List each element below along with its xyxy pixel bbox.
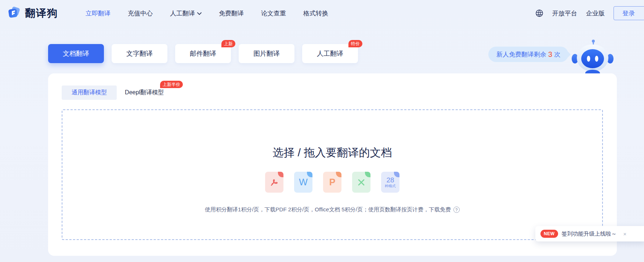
word-file-icon: W [294, 172, 312, 193]
robot-mascot-icon [571, 39, 614, 73]
supported-formats-icons: W P 28 种格式 [62, 172, 602, 193]
model-tabs: 通用翻译模型 Deepl翻译模型 上新半价 [62, 85, 172, 100]
notification-toast[interactable]: NEW 签到功能升级上线啦～ × [535, 226, 644, 241]
tab-image-translation[interactable]: 图片翻译 [239, 44, 294, 63]
toast-message: 签到功能升级上线啦～ [562, 230, 617, 237]
free-quota-text: 新人免费翻译剩余 [496, 50, 546, 59]
globe-icon[interactable] [535, 9, 543, 17]
pdf-file-icon [265, 172, 283, 193]
nav-item-human-translation[interactable]: 人工翻译 [170, 9, 202, 18]
half-price-badge: 上新半价 [160, 81, 183, 88]
chevron-down-icon [197, 10, 202, 17]
brand-name: 翻译狗 [25, 6, 58, 20]
tab-email-translation[interactable]: 邮件翻译 上新 [175, 44, 231, 63]
help-icon[interactable]: ? [453, 207, 460, 213]
tab-text-translation[interactable]: 文字翻译 [112, 44, 167, 63]
new-toast-badge: NEW [540, 230, 558, 238]
login-button[interactable]: 登录 [614, 6, 644, 20]
open-platform-link[interactable]: 开放平台 [552, 9, 577, 18]
dropzone-title: 选择 / 拖入要翻译的文档 [62, 145, 602, 160]
ppt-file-icon: P [323, 172, 341, 193]
free-quota-count: 3 [548, 50, 552, 59]
enterprise-link[interactable]: 企业版 [586, 9, 605, 18]
brand-logo[interactable]: 翻译狗 [7, 0, 58, 26]
nav-item-plagiarism-check[interactable]: 论文查重 [261, 9, 286, 18]
tab-document-translation[interactable]: 文档翻译 [48, 44, 104, 63]
special-price-badge: 特价 [348, 40, 362, 47]
close-icon[interactable]: × [623, 231, 627, 237]
free-quota-bubble: 新人免费翻译剩余 3 次 [488, 47, 568, 62]
tab-deepl-model[interactable]: Deepl翻译模型 上新半价 [117, 85, 172, 100]
nav-item-format-conversion[interactable]: 格式转换 [303, 9, 328, 18]
new-badge: 上新 [221, 40, 235, 47]
file-dropzone[interactable]: 选择 / 拖入要翻译的文档 W P [62, 109, 603, 240]
brand-logo-icon [7, 6, 21, 21]
nav-item-translate-now[interactable]: 立即翻译 [86, 9, 111, 18]
pricing-description: 使用积分翻译1积分/页，下载PDF 2积分/页，Office文档 5积分/页；使… [62, 206, 602, 213]
tab-general-model[interactable]: 通用翻译模型 [62, 85, 117, 100]
header: 翻译狗 立即翻译 充值中心 人工翻译 免费翻译 论文查重 格式转换 开放平 [0, 0, 644, 26]
tab-human-translation[interactable]: 人工翻译 特价 [302, 44, 358, 63]
nav-item-recharge-center[interactable]: 充值中心 [128, 9, 153, 18]
translation-card: 通用翻译模型 Deepl翻译模型 上新半价 选择 / 拖入要翻译的文档 W P [48, 73, 617, 256]
main-nav: 立即翻译 充值中心 人工翻译 免费翻译 论文查重 格式转换 [86, 0, 328, 26]
app: 翻译狗 立即翻译 充值中心 人工翻译 免费翻译 论文查重 格式转换 开放平 [0, 0, 644, 262]
formats-count-icon: 28 种格式 [381, 172, 399, 193]
header-right: 开放平台 企业版 登录 [535, 0, 644, 26]
nav-item-free-translation[interactable]: 免费翻译 [219, 9, 244, 18]
feature-tabs: 文档翻译 文字翻译 邮件翻译 上新 图片翻译 人工翻译 特价 [48, 44, 358, 63]
excel-file-icon [352, 172, 370, 193]
